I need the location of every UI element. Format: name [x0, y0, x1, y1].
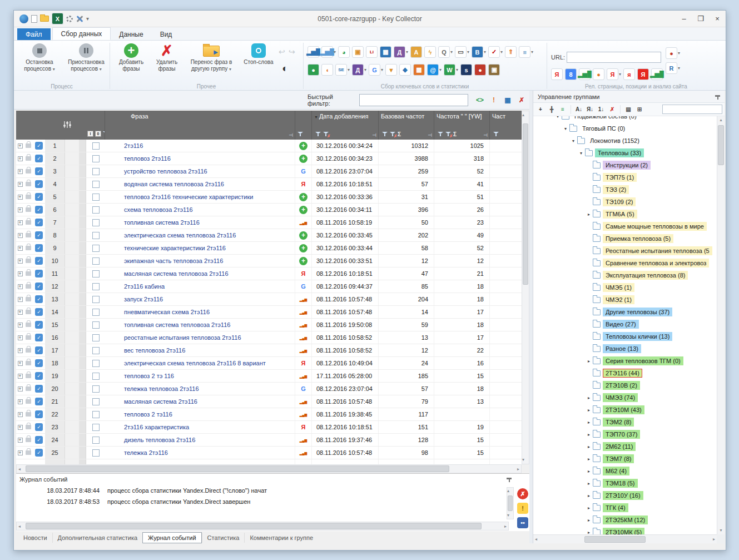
- yandex-wordstat-icon[interactable]: Я: [607, 68, 618, 80]
- tree-item[interactable]: ▾Локомотив (1152): [533, 135, 717, 147]
- scroll-up-icon[interactable]: ▴: [507, 489, 509, 493]
- expand-row-icon[interactable]: +: [18, 425, 23, 430]
- tree-expander-icon[interactable]: ▸: [586, 359, 592, 364]
- log-warning-button[interactable]: !: [517, 503, 528, 514]
- scrollbar-thumb[interactable]: [523, 123, 528, 285]
- header-freq-yw[interactable]: Частота " " [YW] ✗Σ ⊣: [434, 111, 490, 140]
- column-pin-icon[interactable]: ⊣: [372, 132, 376, 138]
- table-row[interactable]: +✓24дизель тепловоза 2тэ116▂▄▆08.11.2016…: [16, 434, 522, 447]
- dropdown-caret-icon[interactable]: ▾: [364, 67, 366, 72]
- bottom-tab[interactable]: Статистика: [202, 533, 245, 543]
- row-checkbox[interactable]: [92, 309, 100, 316]
- row-expand-cell[interactable]: +: [16, 204, 24, 216]
- row-checkbox[interactable]: [92, 385, 100, 393]
- tools-icon[interactable]: [76, 15, 83, 23]
- row-expand-cell[interactable]: +: [16, 319, 24, 331]
- tree-item[interactable]: Самые мощные тепловозы в мире: [533, 220, 717, 232]
- row-checkbox-cell[interactable]: [86, 178, 105, 190]
- filter-funnel-icon[interactable]: [438, 131, 443, 137]
- row-checkbox[interactable]: [92, 283, 100, 290]
- row-checkbox[interactable]: [92, 257, 100, 265]
- serp-parser-icon[interactable]: SE: [335, 64, 347, 76]
- dropdown-caret-icon[interactable]: ▾: [484, 49, 486, 54]
- sort-za-icon[interactable]: Я↓: [585, 105, 595, 115]
- scroll-right-icon[interactable]: ▸: [504, 524, 507, 529]
- spell-check-icon[interactable]: ✓: [488, 46, 500, 58]
- row-checkbox-cell[interactable]: [86, 319, 105, 331]
- open-folder-icon[interactable]: [40, 16, 49, 22]
- tree-expander-icon[interactable]: ▸: [586, 408, 592, 413]
- table-row[interactable]: +✓13запуск 2тэ116▂▄▆08.11.2016 10:57:482…: [16, 293, 522, 306]
- row-checkbox-cell[interactable]: [86, 280, 105, 293]
- scroll-right-icon[interactable]: ▸: [517, 467, 519, 472]
- tree-expander-icon[interactable]: ▾: [554, 116, 561, 119]
- adwords-icon[interactable]: A: [410, 46, 422, 58]
- dropdown-caret-icon[interactable]: ▾: [456, 67, 458, 72]
- uncheck-all-button[interactable]: 0: [95, 131, 101, 137]
- row-checkbox[interactable]: [92, 424, 100, 431]
- header-source[interactable]: [295, 111, 312, 140]
- table-row[interactable]: +✓11масляная система тепловоза 2тэ116Я08…: [16, 267, 522, 280]
- row-expand-cell[interactable]: +: [16, 395, 24, 408]
- move-group-icon[interactable]: ╋: [547, 105, 557, 115]
- row-expand-cell[interactable]: +: [16, 165, 24, 177]
- pin-icon[interactable]: [507, 477, 512, 482]
- expand-row-icon[interactable]: +: [18, 348, 23, 353]
- table-row[interactable]: +✓16реостатные испытания тепловоза 2тэ11…: [16, 331, 522, 344]
- scrollbar-thumb[interactable]: [584, 536, 646, 543]
- tree-item[interactable]: ▾Тяговый ПС (0): [533, 122, 717, 135]
- row-checkbox[interactable]: [92, 296, 100, 303]
- filter-clear-icon[interactable]: ✗: [515, 94, 528, 106]
- app-logo-icon[interactable]: [19, 14, 28, 23]
- header-freq-part[interactable]: Част: [490, 111, 522, 140]
- scrollbar-thumb[interactable]: [26, 523, 482, 529]
- expand-row-icon[interactable]: +: [18, 297, 23, 302]
- expand-row-icon[interactable]: +: [18, 182, 23, 187]
- groups-search-input[interactable]: [662, 105, 722, 114]
- filter-funnel-clear-icon[interactable]: ✗: [323, 131, 329, 137]
- expand-row-icon[interactable]: +: [18, 386, 23, 391]
- expand-row-icon[interactable]: +: [18, 284, 23, 289]
- ribbon-tab[interactable]: Сбор данных: [52, 27, 111, 40]
- tree-item[interactable]: ▾Тепловозы (33): [533, 147, 717, 159]
- filter-invert-icon[interactable]: !: [488, 94, 500, 106]
- yandex-small-icon[interactable]: я: [623, 68, 635, 80]
- scrollbar-thumb[interactable]: [718, 125, 724, 165]
- row-expand-cell[interactable]: +: [16, 383, 24, 395]
- yandex-square-icon[interactable]: Я: [637, 68, 649, 80]
- recognition-icon[interactable]: R: [666, 62, 677, 74]
- table-row[interactable]: +✓21масляная система 2тэ116▂▄▆08.11.2016…: [16, 395, 522, 408]
- scrollbar-thumb[interactable]: [508, 495, 513, 511]
- row-checkbox-cell[interactable]: [86, 383, 105, 395]
- tree-expander-icon[interactable]: ▸: [586, 518, 592, 523]
- scroll-down-icon[interactable]: ▾: [522, 458, 524, 462]
- expand-row-icon[interactable]: +: [18, 169, 23, 174]
- row-checkbox-cell[interactable]: [86, 331, 105, 344]
- expand-row-icon[interactable]: +: [18, 271, 23, 276]
- bottom-tab[interactable]: Новости: [18, 533, 52, 543]
- filter-funnel-icon[interactable]: [297, 131, 303, 137]
- tree-item[interactable]: Реостатные испытания тепловоза (5: [533, 245, 717, 257]
- rookee-icon[interactable]: ●: [307, 64, 319, 76]
- row-checkbox-cell[interactable]: [86, 267, 105, 280]
- tree-item[interactable]: ▸ТЭМ2 (8): [533, 416, 717, 428]
- row-checkbox-cell[interactable]: [86, 204, 105, 216]
- tree-expander-icon[interactable]: ▸: [586, 444, 592, 449]
- export-excel-icon[interactable]: X: [52, 13, 63, 24]
- row-expand-cell[interactable]: +: [16, 255, 24, 267]
- table-row[interactable]: +✓19тепловоз 2 тэ 116▂▄▆17.11.2016 05:28…: [16, 370, 522, 383]
- hand-collect-icon[interactable]: ⇑: [505, 46, 517, 58]
- flat-view-icon[interactable]: ▤: [623, 105, 633, 115]
- funnel-color-icon[interactable]: ▼: [385, 64, 397, 76]
- row-expand-cell[interactable]: +: [16, 140, 24, 152]
- table-row[interactable]: +✓3устройство тепловоза 2тэ116G08.12.201…: [16, 165, 522, 178]
- row-checkbox[interactable]: [92, 347, 100, 354]
- row-expand-cell[interactable]: +: [16, 152, 24, 165]
- filter-funnel-clear-icon[interactable]: ✗: [390, 131, 395, 137]
- bing-icon[interactable]: B: [472, 46, 483, 58]
- table-row[interactable]: +✓5тепловоз 2тэ116 технические характери…: [16, 191, 522, 204]
- row-checkbox[interactable]: [92, 321, 100, 329]
- log-error-button[interactable]: ✗: [517, 488, 528, 499]
- blue-table-icon[interactable]: ▦: [380, 46, 391, 58]
- tree-expander-icon[interactable]: ▸: [586, 506, 592, 511]
